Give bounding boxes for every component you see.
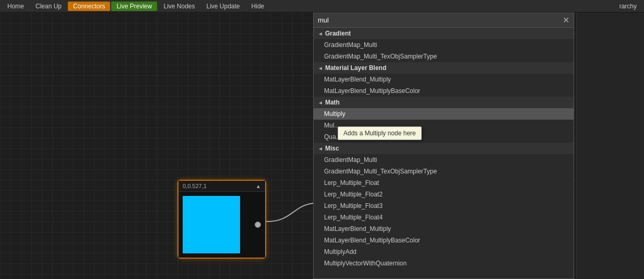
node-expand-arrow[interactable]: ▲ bbox=[256, 183, 261, 189]
category-math-label: Math bbox=[325, 99, 340, 106]
list-item-gradientmap-multi-tex[interactable]: GradientMap_Multi_TexObjSamplerType bbox=[314, 51, 574, 62]
list-item-lerp-float4[interactable]: Lerp_Multiple_Float4 bbox=[314, 212, 574, 223]
category-math-arrow: ◄ bbox=[318, 100, 323, 106]
node-preview-color bbox=[183, 196, 240, 253]
menu-item-connectors[interactable]: Connectors bbox=[68, 2, 110, 11]
list-item-gradientmap-multi[interactable]: GradientMap_Multi bbox=[314, 39, 574, 51]
canvas-area[interactable]: Zoom 0,0.527,1 ▲ ✕ ◄ bbox=[0, 13, 576, 279]
search-dropdown: ✕ ◄ Gradient GradientMap_Multi GradientM… bbox=[313, 13, 574, 279]
category-matlayer-label: Material Layer Blend bbox=[325, 64, 386, 72]
category-math[interactable]: ◄ Math bbox=[314, 97, 574, 108]
menu-item-hide[interactable]: Hide bbox=[246, 2, 270, 11]
list-item-misc-matlayer-multiplybase[interactable]: MatLayerBlend_MultiplyBaseColor bbox=[314, 235, 574, 246]
node-header: 0,0.527,1 ▲ bbox=[178, 181, 265, 192]
menu-item-liveupdate[interactable]: Live Update bbox=[201, 2, 245, 11]
material-node[interactable]: 0,0.527,1 ▲ bbox=[177, 180, 266, 259]
category-gradient-arrow: ◄ bbox=[318, 31, 323, 37]
search-clear-button[interactable]: ✕ bbox=[560, 16, 571, 25]
category-matlayer-arrow: ◄ bbox=[318, 65, 323, 71]
list-item-matlayer-multiplybase[interactable]: MatLayerBlend_MultiplyBaseColor bbox=[314, 85, 574, 97]
category-misc-arrow: ◄ bbox=[318, 146, 323, 152]
list-item-matlayer-multiply[interactable]: MatLayerBlend_Multiply bbox=[314, 74, 574, 85]
category-gradient-label: Gradient bbox=[325, 30, 351, 37]
menu-bar: Home Clean Up Connectors Live Preview Li… bbox=[0, 0, 644, 13]
category-matlayerblend[interactable]: ◄ Material Layer Blend bbox=[314, 62, 574, 74]
menu-item-livepreview[interactable]: Live Preview bbox=[111, 2, 157, 11]
list-item-multiply[interactable]: Multiply bbox=[314, 108, 574, 120]
node-body bbox=[178, 192, 265, 258]
list-item-lerp-float3[interactable]: Lerp_Multiple_Float3 bbox=[314, 200, 574, 212]
menu-item-cleanup[interactable]: Clean Up bbox=[30, 2, 67, 11]
search-input[interactable] bbox=[316, 15, 560, 25]
menu-item-rarchy[interactable]: rarchy bbox=[614, 2, 642, 11]
list-item-multiplyadd[interactable]: MultiplyAdd bbox=[314, 246, 574, 258]
list-item-lerp-float[interactable]: Lerp_Multiple_Float bbox=[314, 177, 574, 189]
list-item-multiplyvector[interactable]: MultiplyVectorWithQuaternion bbox=[314, 258, 574, 269]
category-misc-label: Misc bbox=[325, 145, 339, 152]
category-misc[interactable]: ◄ Misc bbox=[314, 143, 574, 154]
node-output-connector[interactable] bbox=[255, 222, 261, 228]
search-bar: ✕ bbox=[314, 13, 574, 28]
list-item-lerp-float2[interactable]: Lerp_Multiple_Float2 bbox=[314, 189, 574, 200]
list-item-misc-gradientmap-tex[interactable]: GradientMap_Multi_TexObjSamplerType bbox=[314, 166, 574, 177]
menu-item-home[interactable]: Home bbox=[2, 2, 29, 11]
menu-item-livenodes[interactable]: Live Nodes bbox=[158, 2, 200, 11]
node-value: 0,0.527,1 bbox=[183, 183, 207, 189]
multiply-tooltip: Adds a Multiply node here bbox=[338, 126, 422, 140]
category-gradient[interactable]: ◄ Gradient bbox=[314, 28, 574, 39]
list-item-misc-gradientmap[interactable]: GradientMap_Multi bbox=[314, 154, 574, 166]
main-area: Zoom 0,0.527,1 ▲ ✕ ◄ bbox=[0, 13, 644, 279]
right-panel bbox=[576, 13, 644, 279]
dropdown-list: ◄ Gradient GradientMap_Multi GradientMap… bbox=[314, 28, 574, 278]
list-item-misc-matlayer-multiply[interactable]: MatLayerBlend_Multiply bbox=[314, 223, 574, 235]
